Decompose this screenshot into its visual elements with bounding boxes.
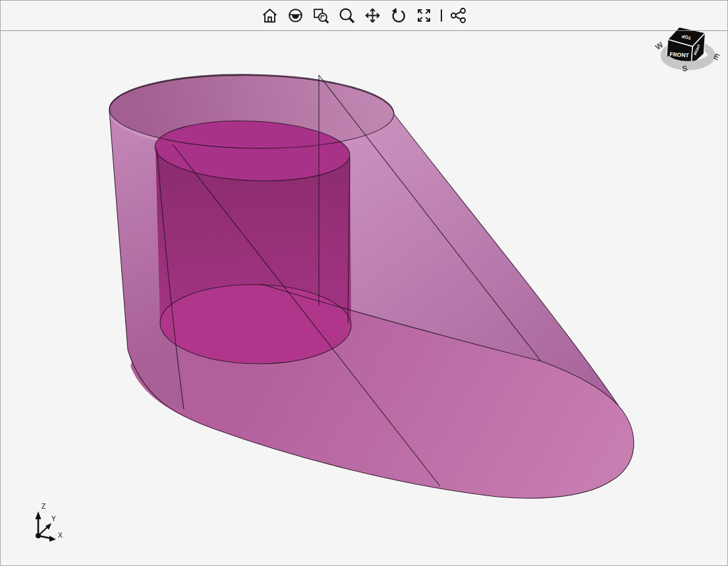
z-arrowhead [36,511,42,519]
cad-viewer-window: FRONT TOP RIGHT W S E Z Y X [0,0,728,566]
rotate-icon [389,7,407,24]
toolbar-divider [441,9,442,22]
y-axis-label: Y [51,515,56,523]
fit-view-button[interactable] [415,7,434,25]
cube-front-label: FRONT [669,51,690,59]
triad-origin [36,533,41,538]
pan-icon [364,7,381,24]
zoom-window-icon [312,7,330,24]
x-arrowhead [49,536,56,542]
share-icon [449,7,467,24]
zoom-window-button[interactable] [312,7,331,25]
view-orbit-icon [287,7,304,24]
z-axis-label: Z [42,503,45,510]
fit-view-icon [415,7,433,24]
zoom-button[interactable] [338,7,356,25]
axis-triad: Z Y X [16,500,72,548]
viewport-3d[interactable] [1,1,728,566]
solid-model [109,72,634,498]
share-button[interactable] [449,7,468,25]
zoom-icon [338,7,356,24]
toolbar [1,1,727,31]
home-icon [261,7,279,24]
x-axis-label: X [58,532,63,539]
home-button[interactable] [261,7,279,25]
pan-button[interactable] [364,7,382,25]
rotate-button[interactable] [389,7,408,25]
view-orbit-button[interactable] [287,7,305,25]
